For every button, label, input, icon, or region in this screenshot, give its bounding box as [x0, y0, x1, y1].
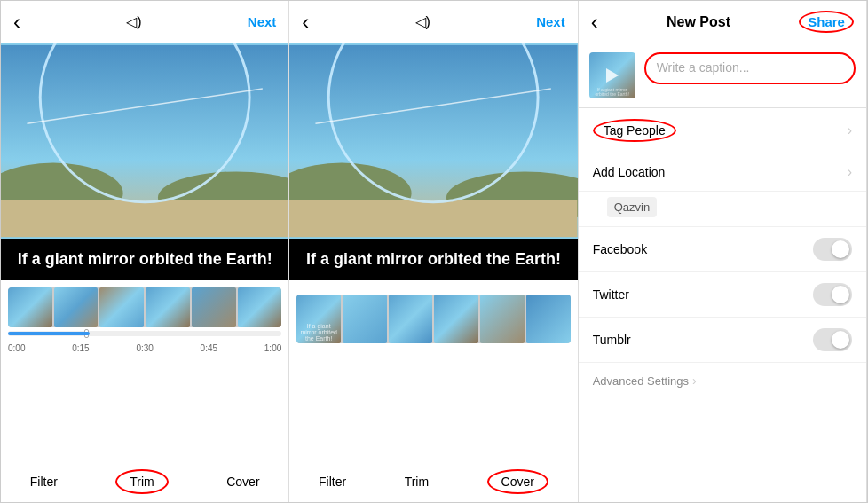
frame-6: [238, 287, 282, 327]
tumblr-row[interactable]: Tumblr: [579, 318, 866, 363]
back-icon-1[interactable]: ‹: [13, 10, 20, 35]
panel-trim: ‹ ◁) Next If a giant: [1, 1, 289, 502]
next-button-2[interactable]: Next: [536, 14, 565, 29]
cover-frame-1: If a giant mirror orbited the Earth!: [296, 295, 341, 343]
add-location-row[interactable]: Add Location ›: [579, 153, 866, 192]
nav-bar-1: ‹ ◁) Next: [1, 1, 288, 43]
new-post-header: ‹ New Post Share: [579, 1, 866, 43]
video-title-1: If a giant mirror orbited the Earth!: [1, 239, 288, 280]
cover-highlight[interactable]: Cover: [487, 469, 548, 494]
video-title-2: If a giant mirror orbited the Earth!: [289, 239, 577, 280]
caption-placeholder[interactable]: Write a caption...: [657, 60, 750, 75]
bottom-bar-2: Filter Trim Cover: [289, 460, 577, 502]
filter-button-1[interactable]: Filter: [30, 475, 58, 489]
timeline-2: If a giant mirror orbited the Earth!: [289, 280, 577, 460]
cover-button-2[interactable]: Cover: [487, 475, 548, 489]
tumblr-toggle-knob: [832, 331, 849, 349]
caption-field-outline: Write a caption...: [644, 52, 856, 84]
back-icon-2[interactable]: ‹: [302, 10, 309, 35]
cover-frame-6: [526, 295, 571, 343]
tumblr-toggle[interactable]: [813, 328, 852, 351]
volume-icon-1[interactable]: ◁): [126, 13, 141, 30]
svg-rect-3: [1, 200, 288, 237]
bottom-bar-1: Filter Trim Cover: [1, 460, 288, 502]
tag-people-label: Tag People: [593, 119, 676, 142]
facebook-label: Facebook: [593, 242, 647, 256]
back-icon-3[interactable]: ‹: [591, 10, 598, 35]
share-button[interactable]: Share: [799, 11, 854, 33]
panel-new-post: ‹ New Post Share If a giant mirror orbit…: [579, 1, 867, 502]
advanced-chevron: ›: [692, 373, 697, 388]
advanced-settings-label: Advanced Settings: [593, 374, 689, 388]
frame-3: [99, 287, 144, 327]
facebook-toggle-knob: [832, 240, 849, 258]
trim-button-2[interactable]: Trim: [405, 475, 429, 489]
twitter-label: Twitter: [593, 287, 629, 302]
location-badge-row: Qazvin: [579, 192, 866, 227]
cover-frame-5: [480, 295, 525, 343]
facebook-row[interactable]: Facebook: [579, 227, 866, 272]
tag-people-row[interactable]: Tag People ›: [579, 108, 866, 153]
caption-row: If a giant mirror orbited the Earth! Wri…: [579, 43, 866, 108]
frame-1: [8, 287, 52, 327]
video-area-2: [289, 43, 577, 239]
trim-highlight[interactable]: Trim: [115, 469, 168, 494]
facebook-toggle[interactable]: [813, 238, 852, 261]
tumblr-label: Tumblr: [593, 333, 631, 347]
video-area-1: [1, 43, 288, 239]
next-button-1[interactable]: Next: [248, 14, 277, 29]
tag-people-chevron: ›: [848, 122, 852, 138]
time-markers-1: 0:00 0:15 0:30 0:45 1:00: [1, 340, 288, 357]
frame-2: [54, 287, 99, 327]
twitter-row[interactable]: Twitter: [579, 272, 866, 318]
filter-button-2[interactable]: Filter: [319, 475, 346, 489]
cover-frame-2: [343, 295, 387, 343]
timeline-1: 0:00 0:15 0:30 0:45 1:00: [1, 280, 288, 460]
trim-button-1[interactable]: Trim: [115, 475, 168, 489]
frame-4: [146, 287, 190, 327]
nav-bar-2: ‹ ◁) Next: [289, 1, 577, 43]
svg-rect-9: [289, 200, 577, 237]
filmstrip-1[interactable]: [8, 287, 281, 327]
add-location-label: Add Location: [593, 165, 666, 179]
cover-button-1[interactable]: Cover: [226, 475, 259, 489]
filmstrip-2[interactable]: If a giant mirror orbited the Earth!: [296, 295, 570, 343]
location-badge[interactable]: Qazvin: [607, 197, 657, 217]
settings-list: Tag People › Add Location › Qazvin Faceb…: [579, 108, 866, 502]
advanced-settings-row[interactable]: Advanced Settings ›: [579, 363, 866, 398]
caption-input-area: Write a caption...: [644, 52, 856, 84]
panel-cover: ‹ ◁) Next If a giant mirror orbited the …: [289, 1, 578, 502]
twitter-toggle[interactable]: [813, 283, 852, 306]
new-post-title: New Post: [667, 14, 730, 30]
video-thumbnail: If a giant mirror orbited the Earth!: [589, 52, 635, 98]
add-location-chevron: ›: [848, 164, 852, 180]
twitter-toggle-knob: [832, 286, 849, 303]
volume-icon-2[interactable]: ◁): [415, 13, 430, 30]
cover-frame-4: [434, 295, 478, 343]
play-icon: [606, 68, 619, 83]
cover-frame-3: [389, 295, 433, 343]
frame-5: [192, 287, 236, 327]
